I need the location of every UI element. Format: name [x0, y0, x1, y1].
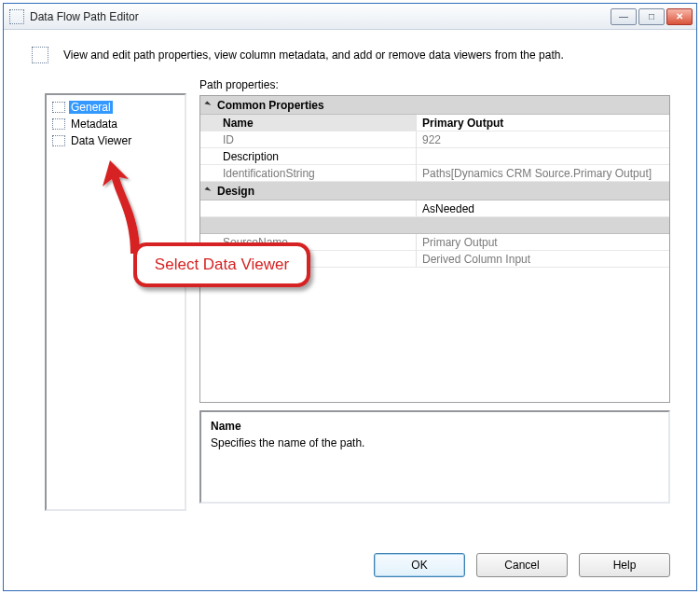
annotation-callout: Select Data Viewer [133, 242, 310, 287]
minimize-button[interactable]: — [611, 8, 637, 25]
title-bar[interactable]: Data Flow Path Editor — □ ✕ [4, 4, 696, 30]
collapse-icon[interactable] [204, 101, 213, 110]
dialog-window: Data Flow Path Editor — □ ✕ View and edi… [3, 3, 697, 591]
category-label: Design [217, 185, 254, 198]
category-common[interactable]: Common Properties [200, 96, 669, 115]
annotation-text: Select Data Viewer [155, 256, 289, 274]
ok-button[interactable]: OK [374, 553, 465, 577]
content-area: General Metadata Data Viewer Path proper… [4, 73, 696, 540]
sub-category [200, 217, 669, 234]
prop-value[interactable]: AsNeeded [417, 200, 669, 216]
prop-name: Name [200, 115, 417, 131]
prop-value: Paths[Dynamics CRM Source.Primary Output… [417, 165, 669, 181]
prop-name: IdentificationString [200, 165, 417, 181]
nav-item-general[interactable]: General [50, 99, 181, 116]
footer-buttons: OK Cancel Help [4, 540, 696, 590]
cancel-button[interactable]: Cancel [476, 553, 568, 577]
page-icon [52, 118, 65, 130]
nav-panel: General Metadata Data Viewer [45, 93, 186, 511]
prop-row[interactable]: AsNeeded [200, 200, 669, 217]
page-icon [52, 102, 65, 113]
prop-row-id[interactable]: ID 922 [200, 131, 669, 148]
window-title: Data Flow Path Editor [30, 10, 611, 23]
nav-item-metadata[interactable]: Metadata [50, 116, 181, 132]
prop-value: Derived Column Input [417, 251, 669, 267]
nav-label: Metadata [69, 117, 119, 131]
collapse-icon[interactable] [204, 186, 213, 196]
nav-label: Data Viewer [69, 134, 133, 147]
page-icon [52, 135, 65, 146]
path-properties-label: Path properties: [199, 76, 670, 91]
help-panel: Name Specifies the name of the path. [199, 410, 670, 504]
prop-row-identstring[interactable]: IdentificationString Paths[Dynamics CRM … [200, 165, 669, 182]
help-name: Name [211, 420, 659, 433]
prop-value[interactable] [417, 148, 669, 164]
nav-label: General [69, 101, 113, 114]
header-icon [32, 47, 48, 63]
header-description: View and edit path properties, view colu… [63, 48, 564, 62]
prop-value[interactable]: Primary Output [417, 115, 669, 131]
close-button[interactable]: ✕ [666, 8, 693, 25]
right-column: Path properties: Common Properties Name … [199, 73, 696, 540]
help-button[interactable]: Help [579, 553, 670, 577]
prop-name: Description [200, 148, 417, 164]
prop-value: Primary Output [417, 234, 669, 250]
prop-value: 922 [417, 131, 669, 147]
annotation-arrow-icon [93, 160, 149, 254]
app-icon [9, 9, 24, 24]
maximize-button[interactable]: □ [638, 8, 665, 25]
window-buttons: — □ ✕ [611, 8, 693, 25]
header-row: View and edit path properties, view colu… [4, 30, 696, 73]
prop-row-name[interactable]: Name Primary Output [200, 115, 669, 131]
category-label: Common Properties [217, 99, 324, 112]
prop-row-description[interactable]: Description [200, 148, 669, 165]
nav-item-data-viewer[interactable]: Data Viewer [50, 132, 181, 149]
prop-name: ID [200, 131, 417, 147]
category-design[interactable]: Design [200, 182, 669, 200]
help-text: Specifies the name of the path. [211, 436, 659, 449]
prop-name [200, 200, 417, 216]
